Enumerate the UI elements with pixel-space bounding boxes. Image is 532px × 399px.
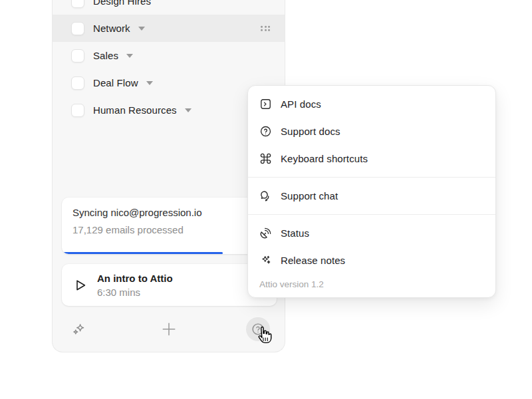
play-icon[interactable] [72, 277, 88, 293]
menu-item-support-chat[interactable]: Support chat [248, 182, 495, 209]
list-label: Deal Flow [93, 77, 138, 88]
list-label: Design Hires [93, 0, 151, 7]
help-icon [251, 322, 265, 336]
chevron-down-icon[interactable] [126, 54, 133, 58]
intro-video-card[interactable]: An intro to Attio 6:30 mins [62, 264, 277, 306]
menu-item-label: Status [281, 227, 309, 239]
sidebar-footer [53, 307, 285, 352]
sync-subtitle: 17,129 emails processed [72, 224, 266, 235]
help-menu-section-meta: Status Release notes Attio version 1.2 [248, 214, 495, 297]
ai-sparkles-icon [70, 321, 88, 338]
sidebar-item-sales[interactable]: Sales [53, 42, 285, 69]
sync-progress-bar [62, 252, 277, 254]
help-menu-section-chat: Support chat [248, 177, 495, 214]
list-label: Human Resources [93, 104, 177, 116]
list-label: Network [93, 23, 130, 34]
menu-item-release-notes[interactable]: Release notes [248, 247, 495, 274]
menu-item-label: Keyboard shortcuts [281, 153, 368, 164]
app-version-label: Attio version 1.2 [248, 274, 495, 297]
help-menu: API docs Support docs Keyboard shortcuts [247, 85, 496, 298]
intro-duration: 6:30 mins [97, 287, 173, 298]
app-window: Design Hires Network Sales Deal Flow Hum [0, 0, 532, 399]
ai-sparkles-button[interactable] [67, 317, 91, 341]
command-icon [259, 152, 272, 166]
help-button[interactable] [246, 317, 270, 341]
menu-item-keyboard-shortcuts[interactable]: Keyboard shortcuts [248, 145, 495, 172]
sync-progress-fill [62, 252, 223, 254]
menu-item-label: Release notes [281, 255, 345, 266]
checkbox[interactable] [71, 49, 84, 63]
checkbox[interactable] [71, 22, 84, 35]
menu-item-label: Support chat [281, 190, 338, 201]
menu-item-label: API docs [281, 98, 321, 110]
chat-bubbles-icon [259, 190, 272, 203]
menu-item-api-docs[interactable]: API docs [248, 90, 495, 118]
chevron-down-icon[interactable] [146, 81, 153, 85]
sidebar-item-design-hires[interactable]: Design Hires [53, 0, 285, 15]
add-button[interactable] [157, 317, 181, 341]
list-label: Sales [93, 50, 118, 61]
help-circle-icon [259, 125, 272, 138]
drag-handle-icon[interactable] [261, 25, 270, 31]
chevron-down-icon[interactable] [138, 27, 145, 31]
menu-item-status[interactable]: Status [248, 219, 495, 247]
sidebar-item-network[interactable]: Network [53, 15, 285, 42]
plus-icon [160, 320, 178, 338]
satellite-dish-icon [259, 227, 272, 240]
terminal-square-icon [259, 98, 272, 111]
menu-item-label: Support docs [281, 126, 340, 137]
checkbox[interactable] [71, 0, 84, 8]
intro-text: An intro to Attio 6:30 mins [97, 273, 173, 298]
help-menu-section-docs: API docs Support docs Keyboard shortcuts [248, 86, 495, 177]
email-sync-card: Syncing nico@progression.io 17,129 email… [62, 198, 277, 254]
intro-title: An intro to Attio [97, 273, 173, 284]
menu-item-support-docs[interactable]: Support docs [248, 118, 495, 145]
sparkles-icon [259, 254, 272, 267]
chevron-down-icon[interactable] [185, 108, 192, 112]
checkbox[interactable] [71, 104, 84, 117]
sync-title: Syncing nico@progression.io [72, 207, 266, 218]
checkbox[interactable] [71, 76, 84, 90]
